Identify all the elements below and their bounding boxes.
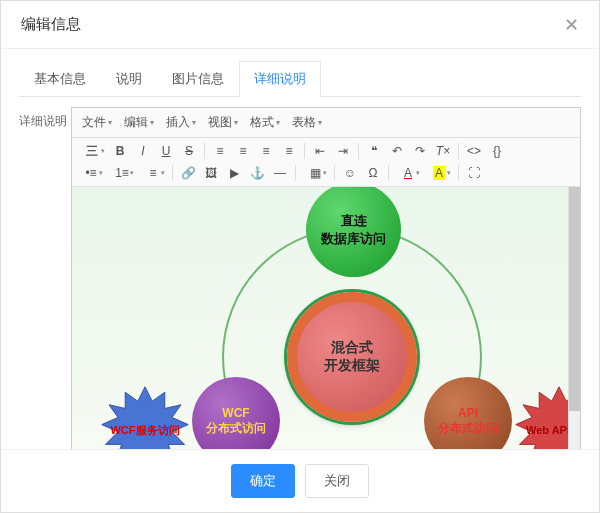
node-bottom-right: API 分布式访问 [424,377,512,449]
outdent-icon[interactable]: ⇤ [309,141,331,161]
indent-icon[interactable]: ⇥ [332,141,354,161]
line-height-icon[interactable]: ≡ [138,163,168,183]
editor-toolbar: 三 B I U S ≡ ≡ ≡ ≡ ⇤ ⇥ ❝ [72,138,580,187]
clear-format-icon[interactable]: T× [432,141,454,161]
editor-menubar: 文件▾ 编辑▾ 插入▾ 视图▾ 格式▾ 表格▾ [72,108,580,138]
vertical-scrollbar[interactable] [568,187,580,449]
tab-image[interactable]: 图片信息 [157,61,239,97]
media-icon[interactable]: ▶ [223,163,245,183]
link-icon[interactable]: 🔗 [177,163,199,183]
editor-canvas[interactable]: 直连 数据库访问 混合式 开发框架 WCF服务访问 [72,187,580,449]
align-left-icon[interactable]: ≡ [209,141,231,161]
ok-button[interactable]: 确定 [231,464,295,498]
menu-file[interactable]: 文件▾ [76,110,118,135]
dialog-title: 编辑信息 [21,15,81,34]
align-right-icon[interactable]: ≡ [255,141,277,161]
anchor-icon[interactable]: ⚓ [246,163,268,183]
rich-editor: 文件▾ 编辑▾ 插入▾ 视图▾ 格式▾ 表格▾ 三 B I U S ≡ [71,107,581,449]
underline-icon[interactable]: U [155,141,177,161]
dialog-footer: 确定 关闭 [1,449,599,512]
heading-select-icon[interactable]: 三 [76,141,108,161]
charmap-icon[interactable]: Ω [362,163,384,183]
tabs: 基本信息 说明 图片信息 详细说明 [19,61,581,97]
undo-icon[interactable]: ↶ [386,141,408,161]
number-list-icon[interactable]: 1≡ [107,163,137,183]
bg-color-icon[interactable]: A [424,163,454,183]
strike-icon[interactable]: S [178,141,200,161]
menu-format[interactable]: 格式▾ [244,110,286,135]
redo-icon[interactable]: ↷ [409,141,431,161]
menu-view[interactable]: 视图▾ [202,110,244,135]
diagram: 直连 数据库访问 混合式 开发框架 WCF服务访问 [72,187,580,449]
menu-edit[interactable]: 编辑▾ [118,110,160,135]
table-icon[interactable]: ▦ [300,163,330,183]
quote-icon[interactable]: ❝ [363,141,385,161]
tab-basic[interactable]: 基本信息 [19,61,101,97]
align-center-icon[interactable]: ≡ [232,141,254,161]
tab-detail[interactable]: 详细说明 [239,61,321,97]
menu-insert[interactable]: 插入▾ [160,110,202,135]
dialog: 编辑信息 ✕ 基本信息 说明 图片信息 详细说明 详细说明 文件▾ 编辑▾ 插入… [0,0,600,513]
menu-table[interactable]: 表格▾ [286,110,328,135]
node-center: 混合式 开发框架 [287,292,417,422]
code-icon[interactable]: <> [463,141,485,161]
italic-icon[interactable]: I [132,141,154,161]
close-icon[interactable]: ✕ [564,16,579,34]
cancel-button[interactable]: 关闭 [305,464,369,498]
field-label: 详细说明 [19,107,71,130]
bullet-list-icon[interactable]: •≡ [76,163,106,183]
tab-desc[interactable]: 说明 [101,61,157,97]
dialog-header: 编辑信息 ✕ [1,1,599,49]
node-burst-left: WCF服务访问 [100,385,190,449]
align-justify-icon[interactable]: ≡ [278,141,300,161]
source-icon[interactable]: {} [486,141,508,161]
emoji-icon[interactable]: ☺ [339,163,361,183]
fullscreen-icon[interactable]: ⛶ [463,163,485,183]
hr-icon[interactable]: — [269,163,291,183]
text-color-icon[interactable]: A [393,163,423,183]
image-icon[interactable]: 🖼 [200,163,222,183]
bold-icon[interactable]: B [109,141,131,161]
